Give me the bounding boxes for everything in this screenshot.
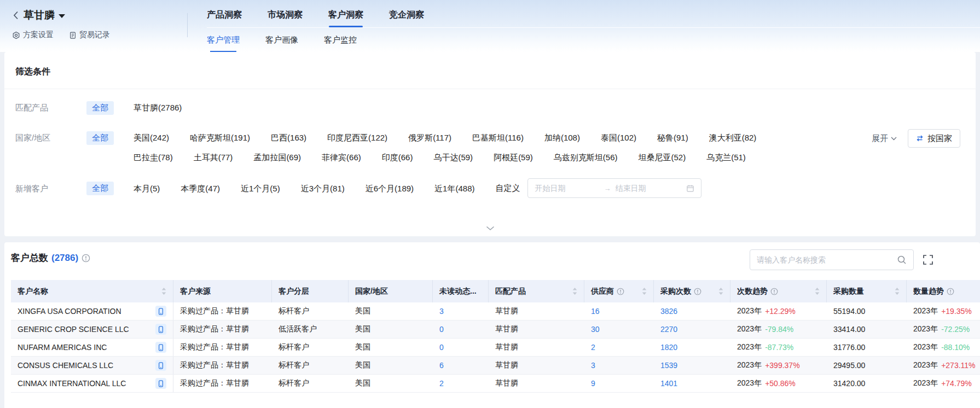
sort-icon[interactable] [895,288,900,295]
table-row[interactable]: CINMAX INTERNATIONAL LLC采购过产品：草甘膦标杆客户美国2… [11,375,980,393]
cell-purchase-times[interactable]: 3826 [654,302,730,320]
title-dropdown-caret-icon[interactable] [59,14,65,18]
by-country-button[interactable]: 按国家 [908,129,960,148]
filter-all-country[interactable]: 全部 [86,131,114,145]
cell-purchase-times[interactable]: 1539 [654,357,730,374]
country-filter-item[interactable]: 美国(242) [134,131,169,143]
country-filter-item[interactable]: 土耳其(77) [194,151,233,163]
country-filter-item[interactable]: 孟加拉国(69) [253,151,301,163]
purchase-times-link[interactable]: 3826 [660,307,677,316]
start-date-input[interactable] [535,184,599,193]
sort-icon[interactable] [718,288,723,295]
column-header-7[interactable]: 供应商 [584,280,654,302]
country-filter-item[interactable]: 坦桑尼亚(52) [639,151,686,163]
info-icon[interactable] [617,288,624,295]
country-filter-item[interactable]: 乌克兰(51) [706,151,746,163]
country-filter-item[interactable]: 印度尼西亚(122) [327,131,387,143]
cell-unread[interactable]: 2 [433,375,489,392]
cell-customer-name[interactable]: GENERIC CROP SCIENCE LLC [11,320,173,338]
new-customer-filter-item[interactable]: 近1年(488) [434,182,474,194]
search-input[interactable] [757,255,897,264]
product-filter-item[interactable]: 草甘膦(2786) [134,101,182,113]
cell-unread[interactable]: 0 [433,320,489,338]
cell-purchase-times[interactable]: 1820 [654,339,730,356]
back-icon[interactable] [12,10,20,20]
date-range-picker[interactable]: → [527,178,701,198]
search-icon[interactable] [897,255,907,265]
sort-icon[interactable] [161,288,166,295]
country-filter-item[interactable]: 哈萨克斯坦(191) [190,131,250,143]
fullscreen-icon[interactable] [923,254,933,265]
country-filter-item[interactable]: 巴基斯坦(116) [472,131,524,143]
country-filter-item[interactable]: 俄罗斯(117) [408,131,451,143]
column-header-11[interactable]: 数量趋势 [907,280,980,302]
info-icon[interactable] [770,288,778,295]
country-filter-item[interactable]: 乌干达(59) [433,151,473,163]
new-customer-filter-item[interactable]: 本季度(47) [181,182,220,194]
column-header-6[interactable]: 匹配产品 [489,280,584,302]
cell-suppliers[interactable]: 2 [584,339,654,356]
cell-suppliers[interactable]: 3 [584,357,654,374]
cell-unread[interactable]: 6 [433,357,489,374]
column-header-10[interactable]: 采购数量 [827,280,907,302]
country-filter-item[interactable]: 泰国(102) [601,131,636,143]
contact-phone-icon[interactable] [155,378,166,389]
purchase-times-link[interactable]: 1401 [660,379,677,388]
info-icon[interactable] [82,254,90,263]
unread-count-link[interactable]: 0 [439,343,444,352]
column-header-1[interactable]: 客户名称 [11,280,173,302]
contact-phone-icon[interactable] [155,342,166,353]
country-filter-item[interactable]: 乌兹别克斯坦(56) [554,151,618,163]
new-customer-filter-item[interactable]: 近6个月(189) [366,182,414,194]
suppliers-count-link[interactable]: 2 [591,343,595,352]
purchase-times-link[interactable]: 1539 [660,361,677,370]
sub-tab-3[interactable]: 客户监控 [324,35,357,53]
info-icon[interactable] [694,288,701,295]
unread-count-link[interactable]: 2 [439,379,444,388]
cell-purchase-times[interactable]: 1401 [654,375,730,392]
new-customer-filter-item[interactable]: 近1个月(5) [241,182,280,194]
expand-toggle[interactable]: 展开 [872,133,897,144]
cell-suppliers[interactable]: 9 [584,375,654,392]
primary-tab-1[interactable]: 产品洞察 [207,9,242,27]
cell-unread[interactable]: 3 [433,302,489,320]
suppliers-count-link[interactable]: 16 [591,307,600,316]
table-row[interactable]: GENERIC CROP SCIENCE LLC采购过产品：草甘膦低活跃客户美国… [11,320,980,339]
country-filter-item[interactable]: 巴西(163) [271,131,306,143]
sort-icon[interactable] [815,288,820,295]
table-row[interactable]: XINGFA USA CORPORATION采购过产品：草甘膦标杆客户美国3草甘… [11,302,980,320]
custom-date-option[interactable]: 自定义 [495,183,520,194]
cell-purchase-times[interactable]: 2270 [654,320,730,338]
sub-tab-1[interactable]: 客户管理 [207,35,240,53]
contact-phone-icon[interactable] [155,324,166,335]
scheme-settings-button[interactable]: 方案设置 [12,30,54,40]
filter-all-product[interactable]: 全部 [86,101,114,115]
table-row[interactable]: CONSUS CHEMICALS LLC采购过产品：草甘膦标杆客户美国6草甘膦3… [11,357,980,375]
primary-tab-2[interactable]: 市场洞察 [268,9,303,27]
unread-count-link[interactable]: 3 [439,307,444,316]
purchase-times-link[interactable]: 1820 [660,343,677,352]
country-filter-item[interactable]: 秘鲁(91) [657,131,688,143]
country-filter-item[interactable]: 加纳(108) [544,131,580,143]
cell-customer-name[interactable]: XINGFA USA CORPORATION [11,302,173,320]
unread-count-link[interactable]: 0 [439,325,444,334]
sort-icon[interactable] [642,288,647,295]
sort-icon[interactable] [572,288,577,295]
contact-phone-icon[interactable] [155,360,166,371]
sub-tab-2[interactable]: 客户画像 [265,35,298,53]
cell-customer-name[interactable]: CINMAX INTERNATIONAL LLC [11,375,173,392]
country-filter-item[interactable]: 阿根廷(59) [494,151,533,163]
country-filter-item[interactable]: 澳大利亚(82) [709,131,757,143]
column-header-9[interactable]: 次数趋势 [730,280,827,302]
info-icon[interactable] [947,288,954,295]
primary-tab-3[interactable]: 客户洞察 [328,9,363,27]
cell-unread[interactable]: 0 [433,339,489,356]
table-row[interactable]: NUFARM AMERICAS INC采购过产品：草甘膦标杆客户美国0草甘膦21… [11,339,980,357]
primary-tab-4[interactable]: 竞企洞察 [389,9,424,27]
new-customer-filter-item[interactable]: 本月(5) [134,182,160,194]
filter-all-new-customer[interactable]: 全部 [86,182,114,195]
suppliers-count-link[interactable]: 30 [591,325,600,334]
cell-suppliers[interactable]: 16 [584,302,654,320]
collapse-panel-button[interactable] [478,222,502,234]
new-customer-filter-item[interactable]: 近3个月(81) [301,182,345,194]
